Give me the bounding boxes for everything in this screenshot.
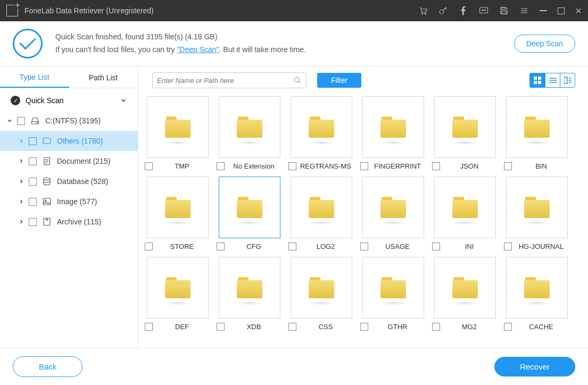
view-grid-button[interactable] bbox=[530, 73, 545, 87]
checkbox[interactable] bbox=[432, 242, 440, 250]
checkbox[interactable] bbox=[145, 162, 153, 170]
tree-item-category[interactable]: Database (528) bbox=[0, 171, 138, 191]
checkbox[interactable] bbox=[360, 323, 368, 331]
tree-item-category[interactable]: Image (577) bbox=[0, 191, 138, 212]
folder-thumb[interactable] bbox=[434, 96, 496, 158]
checkbox[interactable] bbox=[504, 162, 512, 170]
folder-item[interactable]: DEF bbox=[142, 257, 213, 331]
checkbox[interactable] bbox=[432, 162, 440, 170]
menu-icon[interactable] bbox=[519, 6, 529, 15]
folder-thumb[interactable] bbox=[506, 257, 568, 319]
folder-item[interactable]: HG-JOURNAL bbox=[501, 177, 573, 250]
folder-item[interactable]: USAGE bbox=[357, 177, 429, 250]
check-icon bbox=[11, 96, 20, 105]
checkbox[interactable] bbox=[504, 242, 512, 250]
tree-item-category[interactable]: Others (1760) bbox=[0, 131, 138, 151]
checkbox[interactable] bbox=[29, 198, 37, 206]
folder-thumb[interactable] bbox=[291, 177, 352, 238]
checkbox[interactable] bbox=[17, 117, 25, 125]
folder-item[interactable]: BIN bbox=[501, 96, 573, 170]
chevron-right-icon[interactable] bbox=[18, 198, 26, 205]
search-icon[interactable] bbox=[293, 76, 302, 85]
minimize-icon[interactable] bbox=[540, 10, 547, 11]
checkbox[interactable] bbox=[29, 178, 37, 186]
tree-root-quick-scan[interactable]: Quick Scan bbox=[0, 90, 138, 111]
checkbox[interactable] bbox=[145, 323, 153, 331]
folder-thumb[interactable] bbox=[362, 177, 424, 238]
folder-thumb[interactable] bbox=[506, 177, 568, 238]
folder-item[interactable]: No Extension bbox=[213, 96, 285, 170]
folder-item[interactable]: MG2 bbox=[429, 257, 501, 331]
view-list-button[interactable] bbox=[545, 73, 560, 87]
checkbox[interactable] bbox=[360, 162, 368, 170]
tab-path-list[interactable]: Path List bbox=[69, 67, 138, 88]
deep-scan-link[interactable]: "Deep Scan" bbox=[177, 45, 219, 54]
folder-thumb[interactable] bbox=[147, 177, 209, 238]
folder-item[interactable]: FINGERPRINT bbox=[357, 96, 429, 170]
folder-item[interactable]: CSS bbox=[285, 257, 357, 331]
tree-item-drive[interactable]: C:(NTFS) (3195) bbox=[0, 111, 138, 131]
checkbox[interactable] bbox=[217, 162, 225, 170]
folder-label-row: CFG bbox=[213, 242, 285, 250]
folder-item[interactable]: CACHE bbox=[501, 257, 573, 331]
checkbox[interactable] bbox=[288, 323, 296, 331]
checkbox[interactable] bbox=[29, 157, 37, 165]
key-icon[interactable] bbox=[438, 6, 448, 15]
deep-scan-button[interactable]: Deep Scan bbox=[514, 35, 575, 53]
folder-thumb[interactable] bbox=[434, 257, 496, 319]
folder-item[interactable]: XDB bbox=[213, 257, 285, 331]
checkbox[interactable] bbox=[288, 242, 296, 250]
chevron-right-icon[interactable] bbox=[18, 219, 26, 225]
folder-thumb[interactable] bbox=[506, 96, 568, 158]
chevron-right-icon[interactable] bbox=[18, 178, 26, 185]
facebook-icon[interactable] bbox=[459, 6, 468, 15]
folder-item[interactable]: CFG bbox=[213, 177, 285, 250]
folder-thumb[interactable] bbox=[434, 177, 496, 238]
folder-thumb[interactable] bbox=[219, 177, 280, 238]
checkbox[interactable] bbox=[145, 242, 153, 250]
folder-thumb[interactable] bbox=[147, 257, 209, 319]
folder-item[interactable]: INI bbox=[429, 177, 501, 250]
folder-icon bbox=[380, 277, 406, 298]
svg-rect-21 bbox=[564, 77, 567, 83]
recover-button[interactable]: Recover bbox=[494, 357, 575, 376]
checkbox[interactable] bbox=[504, 323, 512, 331]
checkbox[interactable] bbox=[29, 137, 37, 145]
folder-item[interactable]: REGTRANS-MS bbox=[285, 96, 357, 170]
back-button[interactable]: Back bbox=[13, 356, 82, 377]
tree-item-category[interactable]: Archive (115) bbox=[0, 212, 138, 232]
folder-item[interactable]: STORE bbox=[142, 177, 213, 250]
tab-type-list[interactable]: Type List bbox=[0, 67, 69, 88]
cart-icon[interactable] bbox=[418, 6, 428, 15]
checkbox[interactable] bbox=[217, 323, 225, 331]
view-detail-button[interactable] bbox=[560, 73, 575, 87]
feedback-icon[interactable] bbox=[479, 6, 488, 15]
checkbox[interactable] bbox=[432, 323, 440, 331]
maximize-icon[interactable] bbox=[558, 7, 565, 14]
folder-thumb[interactable] bbox=[219, 257, 280, 319]
folder-thumb[interactable] bbox=[291, 257, 352, 319]
checkbox[interactable] bbox=[360, 242, 368, 250]
chevron-down-icon[interactable] bbox=[6, 118, 14, 124]
folder-item[interactable]: LOG2 bbox=[285, 177, 357, 250]
folder-item[interactable]: TMP bbox=[142, 96, 213, 170]
chevron-right-icon[interactable] bbox=[18, 158, 26, 164]
folder-thumb[interactable] bbox=[291, 96, 352, 158]
folder-name: CSS bbox=[296, 323, 355, 331]
folder-thumb[interactable] bbox=[362, 96, 424, 158]
checkbox[interactable] bbox=[217, 242, 225, 250]
checkbox[interactable] bbox=[29, 218, 37, 226]
folder-thumb[interactable] bbox=[219, 96, 280, 158]
folder-thumb[interactable] bbox=[362, 257, 424, 319]
tree-item-category[interactable]: Document (215) bbox=[0, 151, 138, 171]
folder-item[interactable]: JSON bbox=[429, 96, 501, 170]
search-input[interactable] bbox=[157, 77, 293, 85]
save-icon[interactable] bbox=[499, 6, 509, 15]
filter-button[interactable]: Filter bbox=[317, 73, 361, 88]
chevron-right-icon[interactable] bbox=[18, 138, 26, 144]
checkbox[interactable] bbox=[288, 162, 296, 170]
folder-item[interactable]: GTHR bbox=[357, 257, 429, 331]
close-icon[interactable]: × bbox=[575, 5, 582, 17]
folder-thumb[interactable] bbox=[147, 96, 209, 158]
chevron-down-icon[interactable] bbox=[120, 97, 127, 104]
